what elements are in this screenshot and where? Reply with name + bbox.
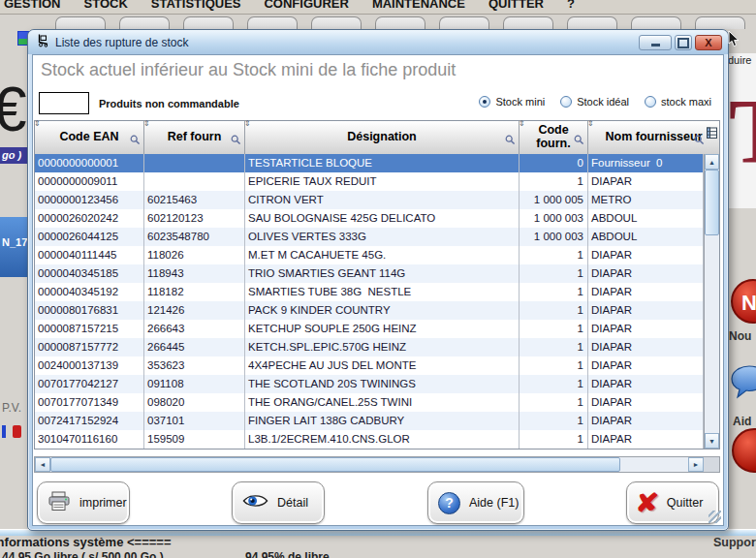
cell-ref-fourn: 118182 bbox=[144, 283, 245, 301]
scroll-down-button[interactable]: ▼ bbox=[705, 433, 719, 449]
menu-item-gestion[interactable]: GESTION bbox=[4, 0, 61, 14]
column-header-label: Ref fourn bbox=[168, 131, 222, 144]
table-row[interactable]: 0000040345185118943TRIO SMARTIES GEANT 1… bbox=[35, 264, 704, 283]
column-resize-icon[interactable]: ⇕ bbox=[587, 119, 594, 128]
cell-nom-fournisseur: DIAPAR bbox=[588, 393, 704, 412]
n17-label: N_17 bbox=[2, 236, 27, 248]
menu-item-configurer[interactable]: CONFIGURER bbox=[264, 0, 348, 14]
cell-code-fourn: 0 bbox=[520, 154, 588, 172]
dialog-titlebar[interactable]: Liste des rupture de stock X bbox=[28, 30, 728, 54]
radio-stock-mini[interactable]: Stock mini bbox=[479, 96, 545, 108]
table-row[interactable]: 0000080176831121426PACK 9 KINDER COUNTRY… bbox=[35, 301, 704, 320]
button-label: Aide (F1) bbox=[469, 496, 519, 510]
menu-item-stock[interactable]: STOCK bbox=[84, 0, 128, 14]
menu-item-maintenance[interactable]: MAINTENANCE bbox=[372, 0, 465, 14]
search-icon[interactable] bbox=[231, 135, 241, 145]
column-resize-icon[interactable]: ⇕ bbox=[34, 119, 41, 128]
column-header-code-fourn[interactable]: ⇕Code fourn. bbox=[520, 121, 588, 154]
table-row[interactable]: 000000012345660215463CITRON VERT1 000 00… bbox=[35, 191, 704, 209]
chat-bubble-icon[interactable] bbox=[730, 364, 756, 405]
button-label: imprimer bbox=[79, 496, 127, 510]
button-label: Détail bbox=[277, 496, 308, 510]
table-options-icon[interactable] bbox=[707, 127, 717, 139]
table-row[interactable]: 0070177071349098020THE ORANG/CANEL.25S T… bbox=[35, 393, 704, 412]
cell-nom-fournisseur: ABDOUL bbox=[588, 228, 704, 246]
detail-button[interactable]: Détail bbox=[232, 481, 325, 524]
column-header-code-ean[interactable]: ⇕Code EAN bbox=[35, 121, 144, 154]
cell-code-ean: 0000000123456 bbox=[35, 191, 144, 209]
column-header-nom-fournisseur[interactable]: ⇕Nom fournisseur bbox=[588, 121, 719, 154]
vertical-scrollbar[interactable]: ▲ ▼ bbox=[704, 154, 719, 449]
search-icon[interactable] bbox=[574, 135, 584, 145]
table-row[interactable]: 0000040111445118026M.ET M CACAHUETE 45G.… bbox=[35, 246, 704, 264]
cell-ref-fourn: 266445 bbox=[144, 338, 245, 356]
nouveau-button[interactable]: N bbox=[731, 279, 756, 324]
table-row[interactable]: 0000087157772266445KETCH.SPL.EPIC.570G H… bbox=[35, 338, 704, 356]
cell-code-fourn: 1 bbox=[520, 172, 588, 191]
application-window: GESTIONSTOCKSTATISTIQUESCONFIGURERMAINTE… bbox=[0, 0, 756, 558]
table-row[interactable]: 0000000000001TESTARTICLE BLOQUE0Fourniss… bbox=[35, 154, 704, 172]
column-header-designation[interactable]: ⇕Désignation bbox=[245, 121, 520, 154]
minimize-button[interactable] bbox=[639, 35, 672, 50]
scroll-right-button[interactable]: ► bbox=[688, 457, 704, 472]
scroll-up-button[interactable]: ▲ bbox=[705, 154, 719, 170]
print-button[interactable]: imprimer bbox=[37, 481, 130, 524]
help-button[interactable]: ? Aide (F1) bbox=[427, 481, 524, 524]
background-tab[interactable] bbox=[183, 16, 234, 29]
background-tab[interactable] bbox=[375, 16, 425, 29]
legend-label: Produits non commandable bbox=[99, 98, 239, 109]
table-row[interactable]: 0000000009011EPICERIE TAUX REDUIT1DIAPAR bbox=[35, 172, 704, 191]
table-row[interactable]: 0000087157215266643KETCHUP SOUPLE 250G H… bbox=[35, 320, 704, 338]
column-resize-icon[interactable]: ⇕ bbox=[519, 119, 525, 128]
menu-item-help[interactable]: ? bbox=[567, 0, 575, 14]
search-icon[interactable] bbox=[130, 135, 141, 145]
close-button[interactable]: X bbox=[695, 35, 722, 50]
quit-circle-bg[interactable] bbox=[732, 428, 756, 473]
table-row[interactable]: 0070177042127091108THE SCOTLAND 20S TWIN… bbox=[35, 375, 704, 393]
menu-item-statistiques[interactable]: STATISTIQUES bbox=[151, 0, 241, 14]
background-tab[interactable] bbox=[631, 16, 681, 29]
vertical-scrollbar-thumb[interactable] bbox=[705, 170, 719, 235]
column-header-ref-fourn[interactable]: ⇕Ref fourn bbox=[144, 121, 245, 154]
quit-button[interactable]: ✘ Quitter bbox=[626, 481, 719, 524]
table-row[interactable]: 3010470116160159509L3B.1/2ECREM.410.CNS.… bbox=[35, 430, 704, 449]
background-tab[interactable] bbox=[695, 16, 745, 29]
background-tab[interactable] bbox=[503, 16, 553, 29]
scrollbar-corner bbox=[704, 457, 719, 472]
background-tab[interactable] bbox=[311, 16, 362, 29]
horizontal-scrollbar[interactable]: ◄ ► bbox=[34, 456, 720, 473]
radio-icon bbox=[645, 96, 656, 108]
dialog-client-area: Stock actuel inférieur au Stock mini de … bbox=[32, 54, 724, 526]
background-tab[interactable] bbox=[119, 16, 170, 29]
traduire-fragment: duire bbox=[728, 54, 751, 66]
radio-stock-maxi[interactable]: stock maxi bbox=[645, 96, 711, 108]
cell-ref-fourn: 121426 bbox=[144, 301, 245, 320]
cell-designation: L3B.1/2ECREM.410.CNS.GLOR bbox=[245, 430, 520, 449]
table-row[interactable]: 0000026020242602120123SAU BOLOGNAISE 425… bbox=[35, 209, 704, 228]
background-tab[interactable] bbox=[567, 16, 617, 29]
cell-ref-fourn: 098020 bbox=[144, 393, 245, 412]
aide-bg-label: Aid bbox=[733, 415, 751, 428]
table-row[interactable]: 00000260441256023548780OLIVES VERTES 333… bbox=[35, 228, 704, 246]
background-tab[interactable] bbox=[439, 16, 489, 29]
table-row[interactable]: 0000040345192118182SMARTIES TUBE 38G NES… bbox=[35, 283, 704, 301]
cell-code-ean: 0070177071349 bbox=[35, 393, 144, 412]
support-label: Support bbox=[713, 536, 756, 549]
radio-stock-ideal[interactable]: Stock idéal bbox=[560, 96, 629, 108]
maximize-button[interactable] bbox=[675, 35, 692, 50]
horizontal-scrollbar-thumb[interactable] bbox=[50, 457, 620, 472]
search-icon[interactable] bbox=[505, 135, 516, 145]
search-icon[interactable] bbox=[694, 135, 705, 145]
cell-code-ean: 0000087157772 bbox=[35, 338, 144, 356]
table-row[interactable]: 0072417152924037101FINGER LAIT 138G CADB… bbox=[35, 412, 704, 430]
column-resize-icon[interactable]: ⇕ bbox=[143, 119, 150, 128]
table-body: 0000000000001TESTARTICLE BLOQUE0Fourniss… bbox=[35, 154, 704, 449]
menu-item-quitter[interactable]: QUITTER bbox=[488, 0, 544, 14]
scroll-left-button[interactable]: ◄ bbox=[35, 457, 50, 472]
table-row[interactable]: 00240001371393536234X4PECHE AU JUS DEL M… bbox=[35, 356, 704, 375]
cell-designation: SAU BOLOGNAISE 425G DELICATO bbox=[245, 209, 520, 228]
background-tab[interactable] bbox=[247, 16, 298, 29]
background-tab[interactable] bbox=[55, 16, 106, 29]
resize-grip[interactable] bbox=[709, 511, 721, 523]
column-resize-icon[interactable]: ⇕ bbox=[244, 119, 251, 128]
